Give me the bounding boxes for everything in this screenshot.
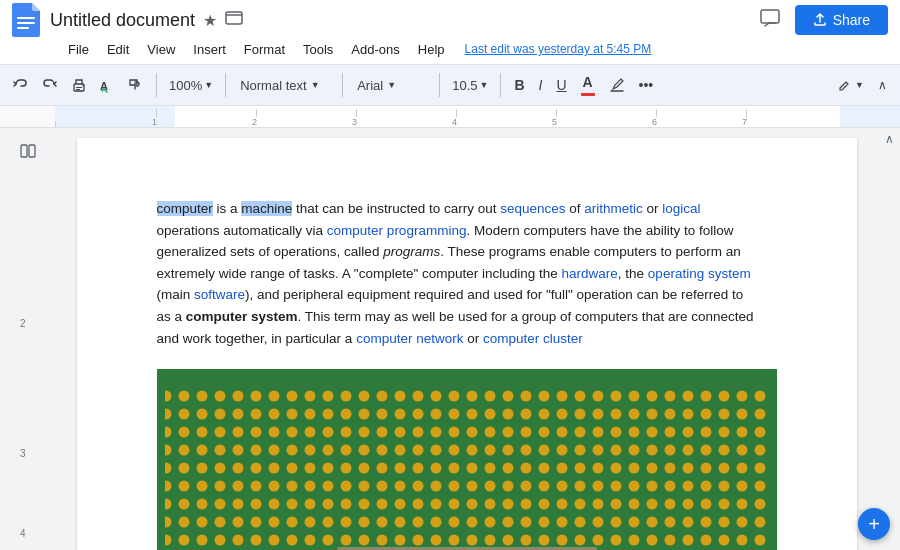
- share-button[interactable]: Share: [795, 5, 888, 35]
- link-computer-programming[interactable]: computer programming: [327, 223, 467, 238]
- title-area: Untitled document ★: [50, 9, 755, 31]
- text-style-selector[interactable]: Normal text ▼: [234, 75, 334, 96]
- svg-point-8: [82, 85, 84, 87]
- chevron-up-button[interactable]: ∧: [873, 74, 892, 96]
- right-panel: ∧ +: [878, 128, 900, 550]
- page-marker-2: 2: [20, 318, 26, 329]
- docs-icon: [12, 3, 40, 37]
- header-right: Share: [755, 3, 888, 38]
- color-underline: [581, 93, 595, 96]
- sep-1: [156, 73, 157, 97]
- svg-rect-0: [17, 17, 35, 19]
- undo-button[interactable]: [8, 73, 34, 97]
- sidebar-panel: 2 3 4: [0, 128, 55, 550]
- text-programs-italic: programs: [383, 244, 440, 259]
- page-markers: 2 3 4: [0, 168, 55, 550]
- print-button[interactable]: [66, 73, 92, 97]
- menu-addons[interactable]: Add-ons: [343, 39, 407, 60]
- svg-rect-11: [29, 145, 35, 157]
- title-icons: ★: [203, 9, 243, 31]
- page-marker-3: 3: [20, 448, 26, 459]
- print-group: A: [66, 73, 148, 97]
- menu-format[interactable]: Format: [236, 39, 293, 60]
- svg-rect-24: [157, 369, 165, 550]
- more-button[interactable]: •••: [634, 73, 659, 97]
- page-marker-4: 4: [20, 528, 26, 539]
- page: computer is a machine that can be instru…: [77, 138, 857, 550]
- sep-5: [500, 73, 501, 97]
- ruler-content: 1 2 3 4 5 6 7: [55, 106, 900, 127]
- paint-format-button[interactable]: [122, 73, 148, 97]
- menu-view[interactable]: View: [139, 39, 183, 60]
- star-icon[interactable]: ★: [203, 11, 217, 30]
- svg-rect-7: [76, 89, 80, 90]
- ruler-blue-right: [840, 106, 900, 127]
- ruler: 1 2 3 4 5 6 7: [0, 106, 900, 128]
- svg-rect-3: [226, 12, 242, 24]
- sep-4: [439, 73, 440, 97]
- svg-rect-15: [162, 384, 772, 550]
- highlight-button[interactable]: [604, 73, 630, 97]
- svg-rect-25: [769, 369, 777, 550]
- svg-rect-10: [21, 145, 27, 157]
- menu-file[interactable]: File: [60, 39, 97, 60]
- svg-rect-4: [761, 10, 779, 23]
- redo-button[interactable]: [36, 73, 62, 97]
- svg-text:A: A: [100, 80, 108, 92]
- menu-tools[interactable]: Tools: [295, 39, 341, 60]
- menu-bar: File Edit View Insert Format Tools Add-o…: [0, 36, 900, 64]
- svg-rect-2: [17, 27, 29, 29]
- link-sequences[interactable]: sequences: [500, 201, 565, 216]
- last-edit: Last edit was yesterday at 5:45 PM: [465, 42, 652, 56]
- text-color-button[interactable]: A: [576, 70, 600, 100]
- link-hardware[interactable]: hardware: [562, 266, 618, 281]
- link-computer-cluster[interactable]: computer cluster: [483, 331, 583, 346]
- underline-button[interactable]: U: [551, 73, 571, 97]
- document-text: computer is a machine that can be instru…: [157, 198, 777, 349]
- doc-title[interactable]: Untitled document: [50, 10, 195, 31]
- spellcheck-button[interactable]: A: [94, 73, 120, 97]
- word-computer: computer: [157, 201, 213, 216]
- font-selector[interactable]: Arial ▼: [351, 75, 431, 96]
- drive-icon[interactable]: [225, 9, 243, 31]
- link-software[interactable]: software: [194, 287, 245, 302]
- toolbar: A 100% ▼ Normal text ▼ Arial ▼ 10.5 ▼ B …: [0, 64, 900, 106]
- link-logical[interactable]: logical: [662, 201, 700, 216]
- suggestion-area: ▼ ∧: [833, 74, 892, 96]
- menu-insert[interactable]: Insert: [185, 39, 234, 60]
- add-button[interactable]: +: [858, 508, 890, 540]
- font-size-selector[interactable]: 10.5 ▼: [448, 75, 492, 96]
- link-operating-system[interactable]: operating system: [648, 266, 751, 281]
- bold-button[interactable]: B: [509, 73, 529, 97]
- doc-scroll-area[interactable]: computer is a machine that can be instru…: [55, 128, 878, 550]
- menu-help[interactable]: Help: [410, 39, 453, 60]
- menu-edit[interactable]: Edit: [99, 39, 137, 60]
- text-segment-1: is a machine that can be instructed to c…: [217, 201, 501, 216]
- zoom-selector[interactable]: 100% ▼: [165, 75, 217, 96]
- svg-rect-1: [17, 22, 35, 24]
- chat-icon[interactable]: [755, 3, 785, 38]
- sep-2: [225, 73, 226, 97]
- italic-button[interactable]: I: [534, 73, 548, 97]
- main-area: 2 3 4 computer is a machine that can be …: [0, 128, 900, 550]
- link-computer-network[interactable]: computer network: [356, 331, 463, 346]
- svg-rect-16: [157, 369, 777, 384]
- text-computer-system-bold: computer system: [186, 309, 298, 324]
- sep-3: [342, 73, 343, 97]
- link-arithmetic[interactable]: arithmetic: [584, 201, 643, 216]
- undo-redo-group: [8, 73, 62, 97]
- scroll-up-chevron[interactable]: ∧: [885, 132, 894, 146]
- svg-rect-6: [76, 87, 82, 88]
- cpu-image: // We'll inline the pattern via SVG patt…: [157, 369, 777, 550]
- editing-mode-button[interactable]: ▼: [833, 74, 869, 96]
- cpu-image-container: // We'll inline the pattern via SVG patt…: [157, 369, 777, 550]
- sidebar-toggle[interactable]: [15, 138, 41, 168]
- title-bar: Untitled document ★ Share: [0, 0, 900, 36]
